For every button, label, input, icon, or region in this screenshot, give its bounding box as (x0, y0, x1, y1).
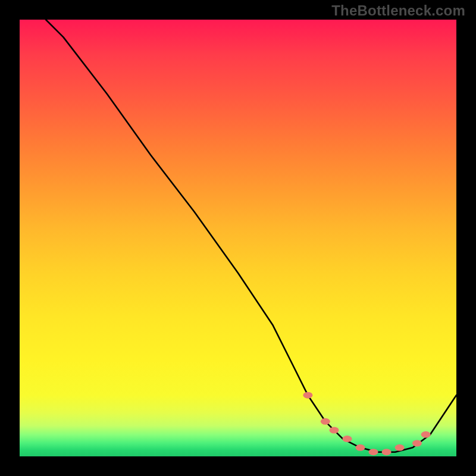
marker-dot (303, 392, 312, 399)
chart-frame: TheBottleneck.com (0, 0, 476, 476)
bottleneck-curve (46, 20, 456, 452)
marker-dot (369, 449, 378, 455)
marker-dot (330, 427, 339, 434)
watermark-text: TheBottleneck.com (331, 2, 465, 19)
bottleneck-zone-markers (303, 392, 430, 456)
marker-dot (382, 449, 392, 455)
marker-dot (343, 436, 352, 442)
marker-dot (421, 431, 431, 438)
curve-svg (20, 20, 456, 456)
marker-dot (356, 444, 365, 451)
marker-dot (412, 440, 422, 447)
marker-dot (395, 444, 405, 451)
plot-area (20, 20, 456, 456)
marker-dot (321, 418, 330, 425)
